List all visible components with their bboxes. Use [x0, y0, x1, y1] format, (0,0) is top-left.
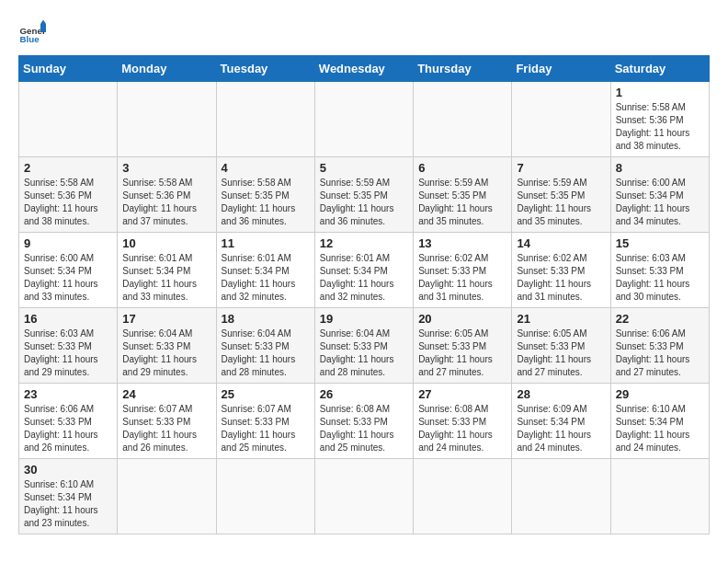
day-info: Sunrise: 6:01 AM Sunset: 5:34 PM Dayligh…	[122, 252, 210, 304]
calendar-cell: 3Sunrise: 5:58 AM Sunset: 5:36 PM Daylig…	[118, 157, 216, 233]
calendar-cell: 25Sunrise: 6:07 AM Sunset: 5:33 PM Dayli…	[216, 384, 314, 459]
calendar-cell	[19, 82, 118, 157]
calendar-week-2: 2Sunrise: 5:58 AM Sunset: 5:36 PM Daylig…	[19, 157, 710, 233]
calendar-cell	[314, 82, 413, 157]
day-number: 8	[616, 161, 704, 175]
day-info: Sunrise: 6:04 AM Sunset: 5:33 PM Dayligh…	[320, 327, 408, 379]
calendar-cell: 10Sunrise: 6:01 AM Sunset: 5:34 PM Dayli…	[118, 233, 216, 308]
day-number: 3	[122, 161, 210, 175]
day-info: Sunrise: 5:58 AM Sunset: 5:36 PM Dayligh…	[24, 177, 112, 228]
day-number: 18	[222, 312, 310, 326]
day-info: Sunrise: 6:06 AM Sunset: 5:33 PM Dayligh…	[24, 403, 112, 454]
calendar-table: SundayMondayTuesdayWednesdayThursdayFrid…	[18, 55, 710, 534]
day-number: 29	[616, 387, 704, 401]
day-info: Sunrise: 6:00 AM Sunset: 5:34 PM Dayligh…	[24, 252, 112, 304]
day-info: Sunrise: 5:59 AM Sunset: 5:35 PM Dayligh…	[320, 177, 408, 228]
day-number: 16	[24, 312, 112, 326]
day-number: 12	[320, 236, 408, 250]
calendar-cell: 16Sunrise: 6:03 AM Sunset: 5:33 PM Dayli…	[19, 308, 118, 384]
calendar-cell: 17Sunrise: 6:04 AM Sunset: 5:33 PM Dayli…	[118, 308, 216, 384]
calendar-cell: 19Sunrise: 6:04 AM Sunset: 5:33 PM Dayli…	[314, 308, 413, 384]
day-info: Sunrise: 6:00 AM Sunset: 5:34 PM Dayligh…	[616, 177, 704, 228]
calendar-week-1: 1Sunrise: 5:58 AM Sunset: 5:36 PM Daylig…	[19, 82, 710, 157]
day-number: 6	[418, 161, 506, 175]
calendar-cell: 21Sunrise: 6:05 AM Sunset: 5:33 PM Dayli…	[512, 308, 610, 384]
calendar-cell: 27Sunrise: 6:08 AM Sunset: 5:33 PM Dayli…	[414, 384, 512, 459]
calendar-cell	[118, 459, 216, 534]
day-number: 25	[222, 387, 310, 401]
calendar-body: 1Sunrise: 5:58 AM Sunset: 5:36 PM Daylig…	[19, 82, 710, 534]
day-number: 10	[122, 236, 210, 250]
weekday-header-row: SundayMondayTuesdayWednesdayThursdayFrid…	[19, 56, 710, 82]
day-info: Sunrise: 6:04 AM Sunset: 5:33 PM Dayligh…	[122, 327, 210, 379]
day-number: 4	[222, 161, 310, 175]
weekday-header-friday: Friday	[512, 56, 610, 82]
calendar-cell	[512, 82, 610, 157]
day-info: Sunrise: 5:58 AM Sunset: 5:35 PM Dayligh…	[222, 177, 310, 228]
day-info: Sunrise: 6:08 AM Sunset: 5:33 PM Dayligh…	[418, 403, 506, 454]
day-number: 13	[418, 236, 506, 250]
day-number: 7	[517, 161, 605, 175]
calendar-cell	[314, 459, 413, 534]
day-info: Sunrise: 6:02 AM Sunset: 5:33 PM Dayligh…	[418, 252, 506, 304]
day-info: Sunrise: 6:10 AM Sunset: 5:34 PM Dayligh…	[24, 478, 112, 530]
day-number: 30	[24, 463, 112, 477]
weekday-header-monday: Monday	[118, 56, 216, 82]
calendar-cell: 12Sunrise: 6:01 AM Sunset: 5:34 PM Dayli…	[314, 233, 413, 308]
day-info: Sunrise: 6:01 AM Sunset: 5:34 PM Dayligh…	[222, 252, 310, 304]
day-number: 19	[320, 312, 408, 326]
day-number: 14	[517, 236, 605, 250]
weekday-header-tuesday: Tuesday	[216, 56, 314, 82]
day-number: 1	[616, 86, 704, 99]
day-info: Sunrise: 6:05 AM Sunset: 5:33 PM Dayligh…	[418, 327, 506, 379]
calendar-cell: 22Sunrise: 6:06 AM Sunset: 5:33 PM Dayli…	[610, 308, 709, 384]
weekday-header-thursday: Thursday	[414, 56, 512, 82]
logo-icon: General Blue	[18, 18, 46, 46]
calendar-cell	[118, 82, 216, 157]
day-info: Sunrise: 5:58 AM Sunset: 5:36 PM Dayligh…	[616, 101, 704, 153]
day-info: Sunrise: 6:03 AM Sunset: 5:33 PM Dayligh…	[616, 252, 704, 304]
calendar-cell: 24Sunrise: 6:07 AM Sunset: 5:33 PM Dayli…	[118, 384, 216, 459]
calendar-cell: 23Sunrise: 6:06 AM Sunset: 5:33 PM Dayli…	[19, 384, 118, 459]
day-number: 22	[616, 312, 704, 326]
svg-text:Blue: Blue	[20, 34, 40, 44]
day-info: Sunrise: 6:04 AM Sunset: 5:33 PM Dayligh…	[222, 327, 310, 379]
day-info: Sunrise: 6:10 AM Sunset: 5:34 PM Dayligh…	[616, 403, 704, 454]
day-number: 23	[24, 387, 112, 401]
calendar-cell: 20Sunrise: 6:05 AM Sunset: 5:33 PM Dayli…	[414, 308, 512, 384]
day-number: 15	[616, 236, 704, 250]
day-info: Sunrise: 6:01 AM Sunset: 5:34 PM Dayligh…	[320, 252, 408, 304]
calendar-cell	[414, 82, 512, 157]
day-info: Sunrise: 6:02 AM Sunset: 5:33 PM Dayligh…	[517, 252, 605, 304]
day-info: Sunrise: 5:59 AM Sunset: 5:35 PM Dayligh…	[418, 177, 506, 228]
calendar-cell: 1Sunrise: 5:58 AM Sunset: 5:36 PM Daylig…	[610, 82, 709, 157]
day-info: Sunrise: 5:58 AM Sunset: 5:36 PM Dayligh…	[122, 177, 210, 228]
page-header: General Blue	[18, 18, 710, 46]
calendar-cell: 30Sunrise: 6:10 AM Sunset: 5:34 PM Dayli…	[19, 459, 118, 534]
calendar-cell: 13Sunrise: 6:02 AM Sunset: 5:33 PM Dayli…	[414, 233, 512, 308]
day-info: Sunrise: 6:07 AM Sunset: 5:33 PM Dayligh…	[222, 403, 310, 454]
day-info: Sunrise: 6:07 AM Sunset: 5:33 PM Dayligh…	[122, 403, 210, 454]
calendar-cell: 11Sunrise: 6:01 AM Sunset: 5:34 PM Dayli…	[216, 233, 314, 308]
calendar-cell: 28Sunrise: 6:09 AM Sunset: 5:34 PM Dayli…	[512, 384, 610, 459]
calendar-cell: 8Sunrise: 6:00 AM Sunset: 5:34 PM Daylig…	[610, 157, 709, 233]
calendar-cell	[216, 459, 314, 534]
calendar-cell	[512, 459, 610, 534]
logo: General Blue	[18, 18, 50, 46]
day-info: Sunrise: 6:06 AM Sunset: 5:33 PM Dayligh…	[616, 327, 704, 379]
day-info: Sunrise: 6:05 AM Sunset: 5:33 PM Dayligh…	[517, 327, 605, 379]
calendar-cell: 9Sunrise: 6:00 AM Sunset: 5:34 PM Daylig…	[19, 233, 118, 308]
svg-marker-3	[40, 20, 46, 25]
day-number: 2	[24, 161, 112, 175]
day-number: 27	[418, 387, 506, 401]
day-info: Sunrise: 6:09 AM Sunset: 5:34 PM Dayligh…	[517, 403, 605, 454]
calendar-cell: 4Sunrise: 5:58 AM Sunset: 5:35 PM Daylig…	[216, 157, 314, 233]
calendar-week-4: 16Sunrise: 6:03 AM Sunset: 5:33 PM Dayli…	[19, 308, 710, 384]
calendar-week-5: 23Sunrise: 6:06 AM Sunset: 5:33 PM Dayli…	[19, 384, 710, 459]
day-number: 21	[517, 312, 605, 326]
day-number: 9	[24, 236, 112, 250]
calendar-cell: 14Sunrise: 6:02 AM Sunset: 5:33 PM Dayli…	[512, 233, 610, 308]
calendar-cell: 6Sunrise: 5:59 AM Sunset: 5:35 PM Daylig…	[414, 157, 512, 233]
day-number: 11	[222, 236, 310, 250]
weekday-header-saturday: Saturday	[610, 56, 709, 82]
